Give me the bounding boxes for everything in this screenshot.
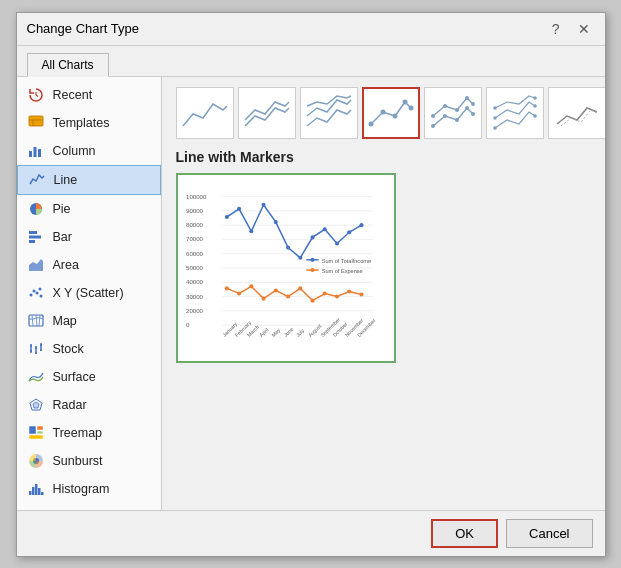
svg-text:40000: 40000 [186, 278, 204, 285]
chart-type-3d-line[interactable] [548, 87, 605, 139]
main-content: Line with Markers 100000 90000 80000 700… [162, 77, 605, 510]
sidebar-item-recent[interactable]: Recent [17, 81, 161, 109]
chart-type-stacked-line[interactable] [238, 87, 296, 139]
svg-point-108 [334, 241, 338, 245]
sidebar-item-stock-label: Stock [53, 342, 84, 356]
sidebar-item-pie[interactable]: Pie [17, 195, 161, 223]
svg-point-15 [35, 291, 38, 294]
svg-point-67 [471, 112, 475, 116]
sidebar-item-boxwhisker[interactable]: Box & Whisker [17, 503, 161, 510]
dialog-footer: OK Cancel [17, 510, 605, 556]
sidebar-item-templates[interactable]: Templates [17, 109, 161, 137]
svg-rect-5 [29, 151, 32, 157]
chart-type-line[interactable] [176, 87, 234, 139]
sidebar-item-bar-label: Bar [53, 230, 72, 244]
sidebar-item-line[interactable]: Line [17, 165, 161, 195]
svg-rect-37 [35, 484, 38, 495]
svg-point-62 [408, 105, 413, 110]
svg-point-110 [359, 223, 363, 227]
chart-type-line-markers[interactable] [362, 87, 420, 139]
svg-point-17 [39, 294, 42, 297]
svg-point-117 [298, 286, 302, 290]
svg-point-102 [261, 202, 265, 206]
svg-point-101 [249, 229, 253, 233]
sidebar-item-sunburst[interactable]: Sunburst [17, 447, 161, 475]
templates-icon [27, 114, 45, 132]
svg-point-75 [493, 116, 497, 120]
sidebar-item-xy[interactable]: X Y (Scatter) [17, 279, 161, 307]
svg-point-61 [402, 99, 407, 104]
close-button[interactable]: ✕ [573, 19, 595, 39]
chart-types-row [176, 87, 591, 139]
svg-point-58 [368, 121, 373, 126]
sidebar-item-line-label: Line [54, 173, 78, 187]
svg-point-119 [322, 291, 326, 295]
sidebar-item-treemap[interactable]: Treemap [17, 419, 161, 447]
sunburst-icon [27, 452, 45, 470]
svg-text:June: June [282, 325, 294, 337]
svg-point-112 [237, 291, 241, 295]
svg-point-121 [347, 289, 351, 293]
svg-point-107 [322, 227, 326, 231]
svg-point-99 [224, 214, 228, 218]
svg-point-77 [493, 106, 497, 110]
sidebar-item-radar[interactable]: Radar [17, 391, 161, 419]
sidebar-item-surface-label: Surface [53, 370, 96, 384]
svg-text:July: July [294, 327, 305, 338]
svg-point-14 [32, 289, 35, 292]
svg-rect-36 [32, 487, 35, 495]
chart-type-100-stacked-line-markers[interactable] [486, 87, 544, 139]
svg-point-104 [286, 245, 290, 249]
sidebar-item-histogram[interactable]: Histogram [17, 475, 161, 503]
sidebar: Recent Templates [17, 77, 162, 510]
svg-text:Sum of TotalIncome: Sum of TotalIncome [321, 257, 370, 263]
svg-rect-39 [41, 492, 44, 495]
svg-point-66 [465, 106, 469, 110]
dialog-body: Recent Templates [17, 77, 605, 510]
svg-rect-33 [29, 435, 43, 439]
svg-point-69 [443, 104, 447, 108]
svg-point-59 [380, 109, 385, 114]
ok-button[interactable]: OK [431, 519, 498, 548]
chart-type-100-stacked-line[interactable] [300, 87, 358, 139]
sidebar-item-xy-label: X Y (Scatter) [53, 286, 124, 300]
sidebar-item-templates-label: Templates [53, 116, 110, 130]
svg-text:30000: 30000 [186, 292, 204, 299]
svg-point-106 [310, 235, 314, 239]
sidebar-item-surface[interactable]: Surface [17, 363, 161, 391]
svg-rect-38 [38, 488, 41, 495]
svg-point-60 [392, 113, 397, 118]
svg-point-68 [431, 114, 435, 118]
tabs-bar: All Charts [17, 46, 605, 77]
svg-point-118 [310, 298, 314, 302]
svg-marker-29 [33, 402, 39, 408]
svg-point-74 [533, 114, 537, 118]
column-icon [27, 142, 45, 160]
svg-point-63 [431, 124, 435, 128]
sidebar-item-stock[interactable]: Stock [17, 335, 161, 363]
sidebar-item-column[interactable]: Column [17, 137, 161, 165]
sidebar-item-recent-label: Recent [53, 88, 93, 102]
scatter-icon [27, 284, 45, 302]
chart-type-stacked-line-markers[interactable] [424, 87, 482, 139]
treemap-icon [27, 424, 45, 442]
svg-point-122 [359, 292, 363, 296]
svg-point-105 [298, 255, 302, 259]
map-icon [27, 312, 45, 330]
help-button[interactable]: ? [547, 19, 565, 39]
svg-point-124 [310, 257, 314, 261]
sidebar-item-map[interactable]: Map [17, 307, 161, 335]
sidebar-item-bar[interactable]: Bar [17, 223, 161, 251]
change-chart-type-dialog: Change Chart Type ? ✕ All Charts [16, 12, 606, 557]
sidebar-item-area[interactable]: Area [17, 251, 161, 279]
cancel-button[interactable]: Cancel [506, 519, 592, 548]
tab-all-charts[interactable]: All Charts [27, 53, 109, 77]
surface-icon [27, 368, 45, 386]
svg-point-73 [493, 126, 497, 130]
svg-point-100 [237, 206, 241, 210]
svg-rect-7 [38, 149, 41, 157]
sidebar-item-pie-label: Pie [53, 202, 71, 216]
histogram-icon [27, 480, 45, 498]
svg-rect-30 [29, 426, 36, 434]
dialog-title: Change Chart Type [27, 21, 140, 36]
